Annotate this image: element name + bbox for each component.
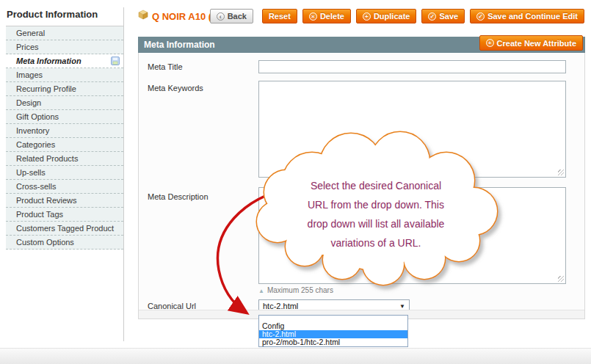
sidebar-item-design[interactable]: Design [6, 96, 123, 110]
check-icon: ✓ [476, 12, 485, 21]
sidebar-item-product-tags[interactable]: Product Tags [6, 208, 123, 222]
canonical-option-pro2[interactable]: pro-2/mob-1/htc-2.html [259, 338, 407, 346]
save-button[interactable]: ✓ Save [421, 9, 465, 23]
sidebar-item-categories[interactable]: Categories [6, 138, 123, 152]
meta-title-label: Meta Title [148, 62, 183, 71]
delete-icon: × [309, 12, 317, 21]
sidebar-item-images[interactable]: Images [6, 68, 123, 82]
sidebar-title: Product Information [6, 7, 123, 26]
sidebar-item-general[interactable]: General [6, 26, 123, 40]
sidebar-item-recurring-profile[interactable]: Recurring Profile [6, 82, 123, 96]
back-arrow-icon: ‹ [217, 12, 225, 21]
meta-title-input[interactable] [258, 60, 566, 73]
sidebar-tab-list: General Prices Meta Information Images R… [6, 26, 123, 250]
duplicate-button[interactable]: + Duplicate [356, 9, 417, 23]
canonical-option-htc2[interactable]: htc-2.html [259, 330, 407, 338]
product-info-sidebar: Product Information General Prices Meta … [6, 7, 124, 341]
section-title: Meta Information [144, 40, 215, 50]
sidebar-item-meta-information[interactable]: Meta Information [6, 54, 123, 68]
canonical-option-blank[interactable] [259, 316, 407, 322]
sidebar-item-cross-sells[interactable]: Cross-sells [6, 180, 123, 194]
page-footer [0, 348, 591, 364]
sidebar-item-custom-options[interactable]: Custom Options [6, 236, 123, 250]
sidebar-item-related-products[interactable]: Related Products [6, 152, 123, 166]
save-state-icon [111, 57, 120, 65]
header-actions: ‹ Back Reset × Delete + Duplicate ✓ Save [210, 9, 584, 23]
meta-description-label: Meta Description [148, 192, 209, 201]
delete-button[interactable]: × Delete [302, 9, 351, 23]
create-new-attribute-button[interactable]: + Create New Attribute [479, 35, 583, 51]
dropdown-arrow-icon: ▼ [399, 303, 405, 310]
note-triangle-icon: ▲ [258, 288, 264, 294]
plus-icon: + [363, 12, 371, 21]
main-content: Q NOIR A10 (Default) ‹ Back Reset × Dele… [138, 6, 585, 34]
sidebar-item-product-reviews[interactable]: Product Reviews [6, 194, 123, 208]
sidebar-item-up-sells[interactable]: Up-sells [6, 166, 123, 180]
meta-keywords-textarea[interactable] [258, 81, 566, 178]
check-icon: ✓ [428, 12, 436, 21]
sidebar-item-gift-options[interactable]: Gift Options [6, 110, 123, 124]
product-package-icon [138, 10, 148, 23]
meta-description-textarea[interactable] [258, 187, 566, 284]
canonical-option-config[interactable]: Config [259, 322, 407, 330]
save-and-continue-button[interactable]: ✓ Save and Continue Edit [470, 9, 584, 23]
sidebar-item-inventory[interactable]: Inventory [6, 124, 123, 138]
reset-button[interactable]: Reset [262, 9, 297, 23]
sidebar-item-label: Meta Information [16, 54, 81, 68]
plus-icon: + [486, 39, 494, 47]
meta-information-panel: Meta Title Meta Keywords Meta Descriptio… [138, 53, 585, 319]
sidebar-item-customers-tagged-product[interactable]: Customers Tagged Product [6, 222, 123, 236]
max-chars-note: ▲Maximum 255 chars [258, 286, 333, 294]
sidebar-item-prices[interactable]: Prices [6, 40, 123, 54]
back-button[interactable]: ‹ Back [210, 9, 253, 23]
product-edit-page: Product Information General Prices Meta … [0, 0, 591, 364]
canonical-url-dropdown-list: Config htc-2.html pro-2/mob-1/htc-2.html [258, 315, 408, 347]
page-header: Q NOIR A10 (Default) ‹ Back Reset × Dele… [138, 6, 585, 34]
meta-keywords-label: Meta Keywords [148, 84, 203, 92]
